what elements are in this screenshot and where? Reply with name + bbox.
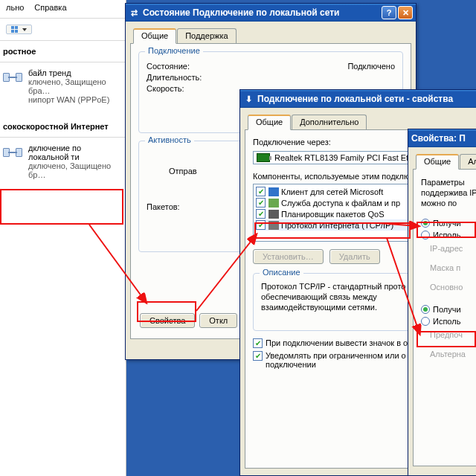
window-title: Состояние Подключение по локальной сети <box>143 7 339 18</box>
menu-item[interactable]: льно <box>6 3 24 12</box>
connection-icon <box>3 144 22 163</box>
label-mask: Маска п <box>430 263 476 272</box>
tab-general[interactable]: Общие <box>133 28 176 44</box>
label-alt-dns: Альтерна <box>430 350 476 358</box>
window-icon: ⇄ <box>129 7 139 18</box>
label-ip: IP-адрес <box>430 244 476 253</box>
window-icon: ⬇ <box>243 94 254 104</box>
tab-support[interactable]: Поддержка <box>177 28 236 44</box>
window-title: Свойства: П <box>411 133 466 144</box>
checkbox-notify[interactable]: ✔ <box>253 351 263 361</box>
properties-button[interactable]: Свойства <box>140 313 195 328</box>
menu-item-help[interactable]: Справка <box>34 3 66 12</box>
connection-device: нипорт WAN (PPPoE) <box>28 95 120 104</box>
adapter-name: Realtek RTL8139 Family PCI Fast Et <box>274 153 408 162</box>
tab-general[interactable]: Общие <box>416 154 459 170</box>
label-duration: Длительность: <box>147 73 202 82</box>
label-tray: При подключении вывести значок в о <box>266 338 408 347</box>
label-state: Состояние: <box>147 62 190 71</box>
label-sent: Отправ <box>169 167 197 176</box>
connection-status: ключено, Защищено бра… <box>28 77 120 95</box>
checkbox-icon[interactable]: ✔ <box>256 187 266 196</box>
titlebar[interactable]: Свойства: П <box>408 129 476 147</box>
radio-obtain-dns[interactable]: Получи <box>421 305 476 314</box>
nic-icon <box>257 153 270 162</box>
label-pref-dns: Предпоч <box>430 330 476 339</box>
client-icon <box>268 187 279 196</box>
checkbox-icon[interactable]: ✔ <box>256 198 266 208</box>
group-activity: Активность <box>145 135 194 144</box>
label-packets: Пакетов: <box>147 202 180 211</box>
checkbox-icon[interactable]: ✔ <box>256 209 266 219</box>
section-broadband: ростное <box>0 44 126 59</box>
label-speed: Скорость: <box>147 84 184 93</box>
connection-icon <box>3 68 22 88</box>
qos-icon <box>268 210 279 219</box>
titlebar[interactable]: ⇄ Состояние Подключение по локальной сет… <box>126 4 416 22</box>
intro-text: Параметры поддержива IP можно по <box>421 177 476 208</box>
radio-obtain-ip[interactable]: Получи <box>421 219 476 228</box>
label-gateway: Основно <box>430 283 476 292</box>
tab-general[interactable]: Общие <box>248 115 291 130</box>
service-icon <box>268 199 279 208</box>
window-title: Подключение по локальной сети - свойства <box>257 94 453 104</box>
group-description: Описание <box>260 268 303 277</box>
checkbox-tray[interactable]: ✔ <box>253 338 263 348</box>
connection-status: дключено, Защищено бр… <box>28 161 120 179</box>
connection-name[interactable]: байл тренд <box>28 68 120 77</box>
grid-icon <box>11 26 18 33</box>
view-toolbar-button[interactable] <box>6 25 32 34</box>
connection-name-lan[interactable]: дключение по локальной ти <box>28 144 120 161</box>
install-button[interactable]: Установить… <box>253 249 324 264</box>
protocol-icon <box>268 221 279 230</box>
network-connections-panel: льно Справка ростное байл тренд ключено,… <box>0 0 126 476</box>
tcpip-properties-window: Свойства: П Общие Аль Параметры поддержи… <box>408 129 476 476</box>
group-connection: Подключение <box>145 46 203 55</box>
close-button[interactable]: ✕ <box>398 6 413 19</box>
remove-button[interactable]: Удалить <box>329 249 380 264</box>
chevron-down-icon <box>22 28 27 31</box>
checkbox-icon[interactable]: ✔ <box>256 220 266 230</box>
help-button[interactable]: ? <box>382 6 396 19</box>
value-state: Подключено <box>347 62 395 71</box>
radio-use-ip[interactable]: Исполь <box>421 231 476 239</box>
radio-use-dns[interactable]: Исполь <box>421 317 476 326</box>
tab-alternate[interactable]: Аль <box>460 154 476 170</box>
section-highspeed: сокоскоростной Интернет <box>0 119 126 134</box>
titlebar[interactable]: ⬇ Подключение по локальной сети - свойст… <box>240 90 476 108</box>
tab-advanced[interactable]: Дополнительно <box>292 115 367 130</box>
disconnect-button[interactable]: Откл <box>199 313 237 328</box>
